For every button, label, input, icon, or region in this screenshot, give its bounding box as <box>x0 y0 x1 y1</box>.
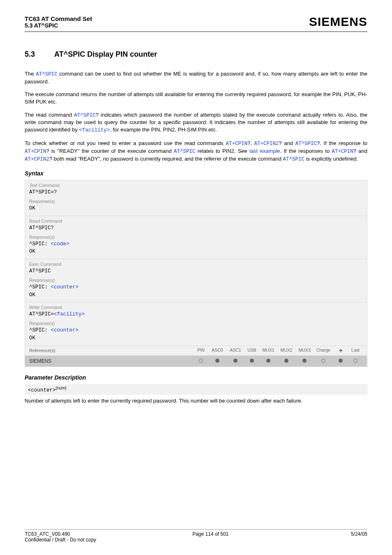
dot-mux1 <box>259 359 277 364</box>
write-command-section: Write Command AT^SPIC=<facility> Respons… <box>25 302 367 345</box>
link-atspic[interactable]: AT^SPIC <box>36 71 58 77</box>
reference-vendor: SIEMENS <box>29 358 194 364</box>
footer-center: Page 114 of 501 <box>192 531 228 537</box>
link-code-param[interactable]: <code> <box>51 241 69 247</box>
col-mux2: MUX2 <box>277 348 295 354</box>
col-mux1: MUX1 <box>259 348 277 354</box>
dot-last <box>348 359 363 364</box>
exec-response-label: Response(s) <box>29 278 363 283</box>
read-command-label: Read Command <box>29 219 363 223</box>
link-atcpin-b[interactable]: AT+CPIN <box>25 149 46 154</box>
text: The read command <box>25 112 74 118</box>
text: ^SPIC: <box>29 284 51 290</box>
col-mux3: MUX3 <box>295 348 314 354</box>
link-atcpin-c[interactable]: AT+CPIN <box>332 149 353 154</box>
link-facility-param-2[interactable]: <facility> <box>54 311 85 317</box>
text: To check whether or not you need to ente… <box>25 140 226 146</box>
read-response-1: ^SPIC: <code> <box>29 240 363 248</box>
doc-subtitle: 5.3 AT^SPIC <box>25 22 58 29</box>
footer-divider <box>25 529 367 530</box>
airplane-icon: ✈ <box>333 348 348 354</box>
text: ^SPIC: <box>29 327 51 333</box>
test-command: AT^SPIC=? <box>29 189 363 196</box>
paragraph-4: To check whether or not you need to ente… <box>25 140 367 163</box>
link-atcpin2-b[interactable]: AT+CPIN2 <box>25 157 49 162</box>
col-asc0: ASC0 <box>208 348 226 354</box>
write-response-1: ^SPIC: <counter> <box>29 327 363 334</box>
read-command: AT^SPIC? <box>29 224 363 232</box>
exec-command: AT^SPIC <box>29 267 363 275</box>
exec-command-section: Exec Command AT^SPIC Response(s) ^SPIC: … <box>25 259 367 302</box>
section-number: 5.3 <box>25 50 54 59</box>
link-atcpin[interactable]: AT+CPIN <box>226 141 247 147</box>
write-command-label: Write Command <box>29 305 363 310</box>
link-atspic-b[interactable]: AT^SPIC <box>174 149 196 154</box>
test-command-section: Test Command AT^SPIC=? Response(s) OK <box>25 180 367 216</box>
text: AT^SPIC= <box>29 311 54 317</box>
syntax-box: Test Command AT^SPIC=? Response(s) OK Re… <box>25 180 367 366</box>
header-divider <box>25 31 367 32</box>
link-atcpin2[interactable]: AT+CPIN2 <box>254 141 279 147</box>
text: . If the responses to <box>280 148 332 154</box>
dot-airplane <box>333 359 348 364</box>
col-usb: USB <box>244 348 259 354</box>
read-response-label: Response(s) <box>29 235 363 240</box>
link-last-example[interactable]: last example <box>249 148 280 154</box>
write-response-label: Response(s) <box>29 321 363 326</box>
text: ? both read "READY", no password is curr… <box>49 156 283 162</box>
text: ?. If the response to <box>317 140 367 146</box>
dot-asc1 <box>226 359 244 364</box>
text: ? is "READY" the counter of the execute … <box>46 148 174 154</box>
read-command-section: Read Command AT^SPIC? Response(s) ^SPIC:… <box>25 216 367 259</box>
link-facility-param[interactable]: <facility> <box>79 127 110 133</box>
footer-left: TC63_ATC_V00.490 <box>25 531 70 537</box>
syntax-heading: Syntax <box>25 170 367 177</box>
text: relates to PIN2. See <box>195 148 249 154</box>
paragraph-2: The execute command returns the number o… <box>25 91 367 105</box>
write-response-ok: OK <box>29 334 363 342</box>
col-asc1: ASC1 <box>226 348 244 354</box>
dot-usb <box>244 359 259 364</box>
reference-header-row: Reference(s) PIN ASC0 ASC1 USB MUX1 MUX2… <box>25 346 367 356</box>
write-command: AT^SPIC=<facility> <box>29 311 363 318</box>
dot-pin <box>194 359 208 364</box>
exec-response-ok: OK <box>29 291 363 299</box>
reference-value-row: SIEMENS <box>25 356 367 366</box>
text: ? and <box>279 140 295 146</box>
col-last: Last <box>348 348 363 354</box>
link-atspic-2[interactable]: AT^SPIC <box>295 141 317 147</box>
text: ?, <box>247 140 254 146</box>
footer-right: 5/24/05 <box>351 531 367 537</box>
link-counter-param[interactable]: <counter> <box>51 284 79 290</box>
dot-asc0 <box>208 359 226 364</box>
test-response-label: Response(s) <box>29 199 363 204</box>
test-response: OK <box>29 205 363 212</box>
read-response-ok: OK <box>29 248 363 256</box>
text: is explicitly undefined. <box>304 156 358 162</box>
text: command can be used to find out whether … <box>25 71 367 85</box>
parameter-description-heading: Parameter Description <box>25 374 367 381</box>
dot-mux2 <box>277 359 295 364</box>
link-atspic-c[interactable]: AT^SPIC <box>283 157 305 162</box>
link-atspic-read[interactable]: AT^SPIC <box>74 113 96 118</box>
reference-label: Reference(s) <box>29 348 194 353</box>
parameter-description: Number of attempts left to enter the cur… <box>25 397 367 405</box>
paragraph-1: The AT^SPIC command can be used to find … <box>25 70 367 85</box>
col-pin: PIN <box>194 348 208 354</box>
test-command-label: Test Command <box>29 183 363 188</box>
parameter-name-box: <counter>(num) <box>25 384 367 395</box>
footer-confidential: Confidential / Draft - Do not copy <box>25 537 367 543</box>
parameter-tag: (num) <box>56 386 67 390</box>
dot-mux3 <box>295 359 314 364</box>
link-counter-param-2[interactable]: <counter> <box>51 327 79 333</box>
section-title-text: AT^SPIC Display PIN counter <box>54 50 157 58</box>
text: The <box>25 71 36 77</box>
siemens-logo: SIEMENS <box>309 15 367 29</box>
text: ^SPIC: <box>29 241 51 247</box>
parameter-name: <counter> <box>28 387 56 393</box>
paragraph-3: The read command AT^SPIC? indicates whic… <box>25 111 367 134</box>
text: , for example the PIN, PIN2, PH-SIM PIN … <box>110 127 217 133</box>
doc-title: TC63 AT Command Set <box>25 15 92 22</box>
exec-response-1: ^SPIC: <counter> <box>29 283 363 291</box>
page-footer: TC63_ATC_V00.490 Page 114 of 501 5/24/05… <box>25 529 367 543</box>
